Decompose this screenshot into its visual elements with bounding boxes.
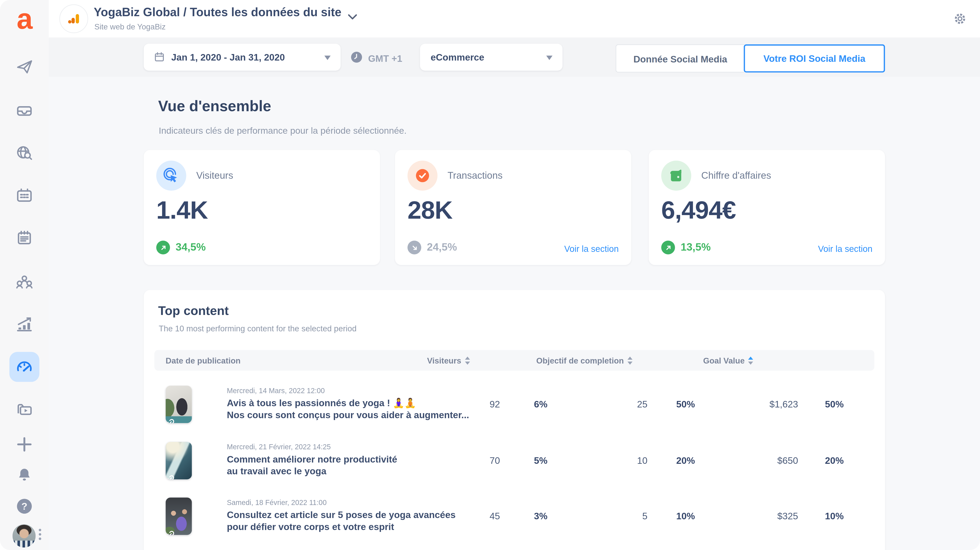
gear-icon[interactable] — [953, 12, 967, 25]
header: YogaBiz Global / Toutes les données du s… — [49, 0, 980, 37]
sidebar-item-stats[interactable] — [15, 315, 33, 334]
kpi-delta: 34,5% — [156, 240, 206, 254]
kpi-value: 1.4K — [156, 196, 208, 224]
user-avatar[interactable] — [13, 525, 35, 547]
avatar-menu-dots[interactable] — [39, 529, 41, 542]
timezone-label: GMT +1 — [368, 53, 402, 64]
kpi-card-visitors: Visiteurs 1.4K 34,5% — [144, 150, 380, 265]
cell-goal-value: $650 — [777, 455, 798, 466]
bell-icon — [15, 466, 33, 485]
sidebar-item-audience[interactable] — [15, 272, 33, 291]
kpi-label: Visiteurs — [196, 170, 233, 181]
svg-text:?: ? — [21, 501, 27, 512]
see-section-link[interactable]: Voir la section — [818, 244, 873, 254]
tab-social-media-roi[interactable]: Votre ROI Social Media — [744, 45, 885, 73]
caret-down-icon — [546, 56, 552, 60]
sidebar-item-calendar[interactable] — [15, 186, 33, 205]
google-analytics-icon — [67, 12, 81, 25]
sidebar-item-roi-dashboard[interactable] — [15, 358, 33, 376]
column-header-date: Date de publication — [166, 356, 240, 365]
cell-visitors-pct: 5% — [534, 455, 547, 466]
clock-icon — [350, 51, 363, 66]
kpi-delta: 24,5% — [407, 240, 457, 254]
report-icon — [15, 229, 33, 248]
top-content-card: Top content The 10 most performing conte… — [144, 290, 885, 550]
cell-goal-value-pct: 20% — [825, 455, 844, 466]
sort-icon-active-asc — [748, 356, 754, 364]
kpi-card-revenue: Chiffre d'affaires 6,494€ 13,5% Voir la … — [649, 150, 885, 265]
post-title-line1: Avis à tous les passionnés de yoga ! 🧘‍♀… — [227, 397, 416, 409]
check-circle-icon — [407, 161, 438, 191]
post-date: Samedi, 18 Février, 2022 11:00 — [227, 499, 326, 506]
app-window: a — [0, 0, 980, 550]
sidebar-item-listening[interactable] — [15, 144, 33, 162]
link-icon — [169, 467, 178, 477]
paper-plane-icon — [15, 57, 33, 76]
post-title-line2: pour défier votre corps et votre esprit — [227, 521, 394, 532]
property-subtitle: Site web de YogaBiz — [94, 22, 166, 31]
speedometer-icon — [15, 358, 33, 376]
timezone-indicator: GMT +1 — [350, 51, 402, 66]
cell-goal-completions-pct: 50% — [676, 399, 695, 410]
calendar-icon — [154, 51, 165, 65]
cell-goal-value-pct: 50% — [825, 399, 844, 410]
table-row[interactable]: Samedi, 18 Février, 2022 11:00 Consultez… — [144, 498, 885, 547]
sidebar-item-create[interactable] — [15, 435, 33, 454]
main-column: YogaBiz Global / Toutes les données du s… — [49, 0, 980, 550]
sidebar-item-library[interactable] — [15, 401, 33, 420]
cell-visitors: 92 — [490, 399, 500, 410]
post-thumbnail — [166, 498, 192, 535]
calendar-icon — [15, 186, 33, 205]
question-icon: ? — [15, 497, 33, 515]
table-row[interactable]: Mercredi, 14 Mars, 2022 12:00 Avis à tou… — [144, 386, 885, 436]
link-icon — [169, 523, 178, 532]
column-header-visitors[interactable]: Visiteurs — [427, 356, 470, 365]
cell-goal-value: $1,623 — [770, 399, 798, 410]
sidebar-item-help[interactable]: ? — [15, 497, 33, 515]
post-thumbnail — [166, 386, 192, 423]
trend-down-icon — [407, 240, 421, 254]
link-icon — [169, 411, 178, 420]
google-analytics-badge — [59, 5, 88, 33]
post-date: Mercredi, 14 Mars, 2022 12:00 — [227, 387, 325, 394]
media-library-icon — [15, 401, 33, 420]
sidebar-item-inbox[interactable] — [15, 101, 33, 119]
overview-subtitle: Indicateurs clés de performance pour la … — [159, 126, 407, 136]
column-header-goal-value[interactable]: Goal Value — [703, 356, 753, 365]
toolbar: Jan 1, 2020 - Jan 31, 2020 GMT +1 eComme… — [49, 37, 980, 77]
trend-up-icon — [661, 240, 675, 254]
cell-visitors-pct: 3% — [534, 511, 547, 521]
globe-search-icon — [15, 144, 33, 162]
segment-selected-value: eCommerce — [431, 52, 484, 63]
sidebar: a — [0, 0, 49, 550]
cell-goal-completions-pct: 10% — [676, 511, 695, 521]
plus-icon — [15, 435, 33, 454]
see-section-link[interactable]: Voir la section — [564, 244, 619, 254]
sidebar-item-reports[interactable] — [15, 229, 33, 248]
post-title-line2: Nos cours sont conçus pour vous aider à … — [227, 409, 469, 420]
fans-icon — [15, 272, 33, 291]
caret-down-icon — [324, 56, 331, 60]
top-content-subtitle: The 10 most performing content for the s… — [159, 324, 357, 333]
property-title[interactable]: YogaBiz Global / Toutes les données du s… — [94, 6, 342, 19]
kpi-label: Chiffre d'affaires — [701, 170, 771, 181]
cell-goal-completions-pct: 20% — [676, 455, 695, 466]
post-title-line1: Consultez cet article sur 5 poses de yog… — [227, 509, 456, 520]
sidebar-item-publishing[interactable] — [15, 57, 33, 76]
column-header-goal-completion[interactable]: Objectif de completion — [536, 356, 633, 365]
inbox-icon — [15, 101, 33, 119]
top-content-title: Top content — [158, 304, 229, 318]
kpi-value: 28K — [407, 196, 453, 224]
cell-goal-completions: 5 — [642, 511, 648, 521]
sidebar-item-notifications[interactable] — [15, 466, 33, 485]
tab-social-media-data[interactable]: Donnée Social Media — [616, 45, 744, 73]
post-thumbnail — [166, 442, 192, 479]
table-row[interactable]: Mercredi, 21 Février, 2022 14:25 Comment… — [144, 442, 885, 492]
segment-select[interactable]: eCommerce — [420, 44, 563, 71]
date-range-picker[interactable]: Jan 1, 2020 - Jan 31, 2020 — [144, 44, 341, 71]
post-date: Mercredi, 21 Février, 2022 14:25 — [227, 443, 331, 451]
date-range-value: Jan 1, 2020 - Jan 31, 2020 — [171, 52, 285, 63]
bar-chart-arrow-icon — [15, 315, 33, 334]
click-cursor-icon — [156, 161, 186, 191]
overview-title: Vue d'ensemble — [158, 97, 271, 115]
